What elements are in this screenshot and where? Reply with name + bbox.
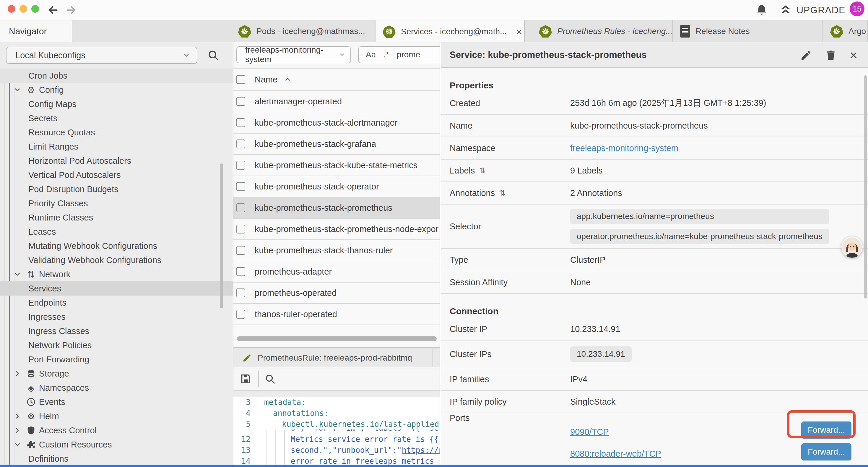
row-checkbox[interactable] bbox=[236, 310, 245, 319]
close-tab-icon[interactable]: × bbox=[516, 27, 522, 37]
row-name: kube-prometheus-stack-thanos-ruler bbox=[255, 245, 393, 255]
row-checkbox[interactable] bbox=[236, 161, 245, 170]
tab-services-icecheng-math[interactable]: ☸Services - icecheng@math...× bbox=[375, 20, 525, 43]
table-row-kube-prometheus-stack-prometheus[interactable]: kube-prometheus-stack-prometheus bbox=[234, 198, 440, 219]
sort-updown-icon[interactable]: ⇅ bbox=[499, 188, 505, 198]
sidebar-item-pod-disruption-budgets[interactable]: Pod Disruption Budgets bbox=[0, 182, 234, 196]
table-row-prometheus-operated[interactable]: prometheus-operated bbox=[234, 283, 440, 304]
sidebar-item-ingress-classes[interactable]: Ingress Classes bbox=[0, 324, 234, 338]
sidebar-item-resource-quotas[interactable]: Resource Quotas bbox=[0, 125, 234, 140]
row-checkbox[interactable] bbox=[236, 225, 245, 233]
sidebar-item-network-policies[interactable]: Network Policies bbox=[0, 338, 234, 352]
kubeconfig-select[interactable]: Local Kubeconfigs bbox=[6, 47, 197, 64]
table-row-kube-prometheus-stack-prometheus-node-expor[interactable]: kube-prometheus-stack-prometheus-node-ex… bbox=[234, 219, 440, 240]
puzzle-icon bbox=[26, 439, 36, 449]
notifications-bell-icon[interactable] bbox=[755, 4, 768, 17]
editor-search-icon[interactable] bbox=[264, 373, 276, 385]
sidebar-item-label: Secrets bbox=[0, 114, 57, 123]
delete-trash-icon[interactable] bbox=[825, 49, 837, 61]
editor-tab-label: PrometheusRule: freeleaps-prod-rabbitmq bbox=[258, 353, 412, 363]
regex-toggle[interactable]: .* bbox=[383, 50, 389, 59]
maximize-window-button[interactable] bbox=[31, 5, 39, 13]
code-link[interactable]: https://net bbox=[402, 446, 440, 455]
sidebar-item-events[interactable]: Events bbox=[0, 395, 234, 409]
row-checkbox[interactable] bbox=[236, 182, 245, 191]
sidebar-item-horizontal-pod-autoscalers[interactable]: Horizontal Pod Autoscalers bbox=[0, 154, 234, 168]
sidebar-item-label: Validating Webhook Configurations bbox=[0, 255, 161, 265]
filter-search-value: prome bbox=[397, 50, 420, 59]
sidebar-item-storage[interactable]: Storage bbox=[0, 367, 234, 381]
upgrade-button[interactable]: UPGRADE bbox=[779, 4, 845, 17]
horizontal-scrollbar[interactable] bbox=[237, 337, 437, 341]
back-arrow-icon[interactable] bbox=[47, 4, 60, 17]
table-row-alertmanager-operated[interactable]: alertmanager-operated bbox=[234, 91, 440, 112]
sidebar-item-validating-webhook-configurations[interactable]: Validating Webhook Configurations bbox=[0, 253, 234, 267]
sidebar-item-priority-classes[interactable]: Priority Classes bbox=[0, 196, 234, 210]
name-column-header[interactable]: Name bbox=[255, 75, 277, 85]
forward-arrow-icon[interactable] bbox=[64, 4, 78, 17]
sidebar-scrollbar[interactable] bbox=[220, 164, 223, 308]
sidebar-item-custom-resources[interactable]: Custom Resources bbox=[0, 437, 234, 451]
row-checkbox[interactable] bbox=[236, 246, 245, 255]
notification-count-badge[interactable]: 15 bbox=[850, 1, 864, 16]
sidebar-item-helm[interactable]: ☸Helm bbox=[0, 409, 234, 423]
sort-updown-icon[interactable]: ⇅ bbox=[479, 166, 486, 175]
row-checkbox[interactable] bbox=[236, 267, 245, 276]
sidebar-item-port-forwarding[interactable]: Port Forwarding bbox=[0, 352, 234, 367]
tab-argo-se[interactable]: ☸Argo Se bbox=[823, 20, 868, 42]
table-row-thanos-ruler-operated[interactable]: thanos-ruler-operated bbox=[234, 304, 440, 325]
sidebar-item-network[interactable]: ⇅Network bbox=[0, 267, 234, 282]
table-row-kube-prometheus-stack-kube-state-metrics[interactable]: kube-prometheus-stack-kube-state-metrics bbox=[234, 155, 440, 176]
sidebar-item-config[interactable]: ⚙Config bbox=[0, 83, 234, 97]
sidebar-item-vertical-pod-autoscalers[interactable]: Vertical Pod Autoscalers bbox=[0, 168, 234, 182]
avatar[interactable] bbox=[841, 236, 863, 258]
tab-prometheus-rules-icecheng[interactable]: ☸Prometheus Rules - icecheng... bbox=[532, 20, 673, 42]
row-checkbox[interactable] bbox=[236, 203, 245, 212]
sidebar-item-secrets[interactable]: Secrets bbox=[0, 111, 234, 125]
edit-pencil-icon[interactable] bbox=[800, 49, 812, 61]
code-line-14: 14error rate in freeleaps metrics ser bbox=[234, 456, 440, 465]
sidebar-item-leases[interactable]: Leases bbox=[0, 225, 234, 239]
table-row-prometheus-adapter[interactable]: prometheus-adapter bbox=[234, 261, 440, 283]
panel-scrollbar[interactable] bbox=[864, 76, 867, 298]
sidebar-item-limit-ranges[interactable]: Limit Ranges bbox=[0, 140, 234, 154]
minimize-window-button[interactable] bbox=[20, 5, 27, 13]
search-icon[interactable] bbox=[207, 49, 220, 62]
close-window-button[interactable] bbox=[8, 5, 16, 13]
sidebar-item-ingresses[interactable]: Ingresses bbox=[0, 310, 234, 324]
table-row-kube-prometheus-stack-grafana[interactable]: kube-prometheus-stack-grafana bbox=[234, 134, 440, 155]
navigator-panel-tab[interactable]: Navigator bbox=[0, 20, 72, 42]
sidebar-item-endpoints[interactable]: Endpoints bbox=[0, 296, 234, 310]
sidebar-item-namespaces[interactable]: ◈Namespaces bbox=[0, 381, 234, 395]
filter-search-input[interactable]: Aa .* prome bbox=[358, 46, 440, 63]
port-link[interactable]: 9090/TCP bbox=[570, 427, 609, 437]
row-checkbox[interactable] bbox=[236, 140, 245, 148]
sidebar-item-services[interactable]: Services bbox=[0, 282, 234, 296]
close-icon[interactable]: × bbox=[850, 49, 857, 62]
save-icon[interactable] bbox=[240, 373, 252, 385]
select-all-checkbox[interactable] bbox=[236, 75, 245, 84]
namespace-link[interactable]: freeleaps-monitoring-system bbox=[570, 143, 678, 153]
sort-ascending-icon[interactable] bbox=[284, 76, 291, 83]
row-checkbox[interactable] bbox=[236, 118, 245, 127]
port-link[interactable]: 8080:reloader-web/TCP bbox=[570, 449, 661, 459]
tab-release-notes[interactable]: Release Notes bbox=[673, 20, 823, 42]
sidebar-item-mutating-webhook-configurations[interactable]: Mutating Webhook Configurations bbox=[0, 239, 234, 253]
forward-button[interactable]: Forward... bbox=[801, 443, 851, 461]
sidebar-item-config-maps[interactable]: Config Maps bbox=[0, 97, 234, 111]
row-checkbox[interactable] bbox=[236, 289, 245, 297]
table-row-kube-prometheus-stack-operator[interactable]: kube-prometheus-stack-operator bbox=[234, 176, 440, 198]
tab-pods-icecheng-mathmas[interactable]: ☸Pods - icecheng@mathmas... bbox=[231, 20, 375, 42]
sidebar-item-cron-jobs[interactable]: Cron Jobs bbox=[0, 68, 234, 83]
namespace-select[interactable]: freeleaps-monitoring-system bbox=[236, 46, 351, 63]
match-case-toggle[interactable]: Aa bbox=[366, 50, 376, 59]
editor-tab-next[interactable] bbox=[433, 348, 440, 367]
row-checkbox[interactable] bbox=[236, 97, 245, 106]
editor-tab-prometheusrule-freeleaps-prod-rabbitmq[interactable]: PrometheusRule: freeleaps-prod-rabbitmq bbox=[234, 348, 433, 367]
table-row-kube-prometheus-stack-thanos-ruler[interactable]: kube-prometheus-stack-thanos-ruler bbox=[234, 240, 440, 261]
sidebar-item-access-control[interactable]: Access Control bbox=[0, 423, 234, 437]
sidebar-item-definitions[interactable]: Definitions bbox=[0, 451, 234, 465]
yaml-editor[interactable]: 3metadata:4annotations:5kubectl.kubernet… bbox=[234, 397, 440, 465]
sidebar-item-runtime-classes[interactable]: Runtime Classes bbox=[0, 210, 234, 225]
table-row-kube-prometheus-stack-alertmanager[interactable]: kube-prometheus-stack-alertmanager bbox=[234, 112, 440, 134]
